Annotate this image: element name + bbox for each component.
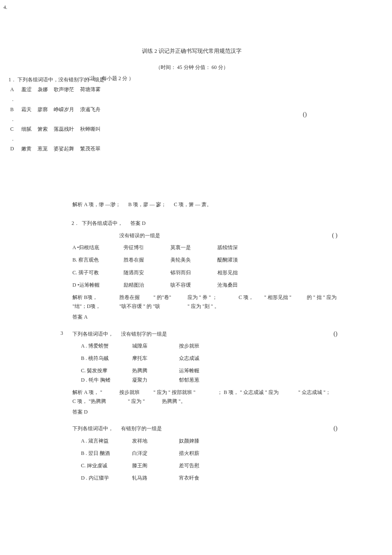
opt-label: B . 桃符乌贼 <box>81 354 132 362</box>
q3-stem-part1: 下列各组词语中， <box>72 330 113 338</box>
analysis-text: " 的"卷" <box>153 293 183 302</box>
analysis-text: 热腾腾 "。 <box>162 397 186 405</box>
analysis-text: ； B 项， " 众志成诚 " 应为 <box>217 388 294 397</box>
q1-options-table: A 羞涩 袅娜 歌声缈茫 荷塘薄雾 ． B 霜天 廖廓 峥嵘岁月 浪遏飞舟 ． … <box>9 85 105 154</box>
opt-dot: ． <box>9 134 20 144</box>
opt-word: 凝聚力 <box>132 376 179 384</box>
analysis-text: " 应为 " 按部就班 " <box>153 388 213 397</box>
q2-number: 2． <box>72 219 79 227</box>
opt-word: 奴颜婢膝 <box>179 437 226 445</box>
q3-analysis-line2: C 项， "热腾腾 " 应为 " 热腾腾 "。 <box>72 397 345 405</box>
q2-analysis-line1: 解析 B项， 胜卷在握 " 的"卷" 应为 " 券 " ； C 项， " 相形见… <box>72 293 345 302</box>
opt-word: 细腻 <box>20 124 36 134</box>
opt-word: 落蕊残叶 <box>52 124 78 134</box>
opt-word: 胜卷在握 <box>124 256 170 264</box>
analysis-text: 应为 " 券 " ； <box>187 293 234 302</box>
analysis-text: 按步就班 <box>119 388 149 397</box>
question-2-header: 2． 下列各组成语中， 答案 D <box>72 219 345 227</box>
page-marker: 4. <box>3 3 7 12</box>
opt-word: 沧海桑田 <box>217 281 264 289</box>
analysis-text: 解析 A 项， " <box>72 388 115 397</box>
q3-number: 3 <box>61 329 68 337</box>
analysis-text: C 项， "热腾腾 <box>72 397 124 405</box>
opt-word: 摩托车 <box>132 354 179 362</box>
opt-word: 城隍庙 <box>132 342 179 350</box>
q2-option-c: C. 孺子可教 随遇而安 铩羽而归 相形见拙 <box>72 269 345 277</box>
analysis-text: " 相形见拙 " <box>264 293 303 302</box>
opt-word: 廖廓 <box>36 105 52 115</box>
q2-stem-part1: 下列各组成语中， <box>82 219 123 227</box>
opt-word: 措火积薪 <box>179 449 226 457</box>
analysis-text: "绌"；D项， <box>72 302 115 311</box>
analysis-text: 解析 B项， <box>72 293 115 302</box>
q2-answer: 答案 A <box>72 313 345 321</box>
q1-stem: 下列各组词语中，没有错别字的一组是 <box>17 77 104 83</box>
opt-word: 运筹帷幄 <box>179 367 226 375</box>
q4-option-d: D . 内讧辍学 轧马路 宵衣旰食 <box>81 474 345 482</box>
q3-option-c: C. 鬓发按摩 热腾腾 运筹帷幄 <box>81 367 345 375</box>
opt-label: A . 箴言裨益 <box>81 437 132 445</box>
opt-word: 羞涩 <box>20 85 36 95</box>
analysis-text: " 应为 "刻 " 。 <box>187 302 219 311</box>
opt-word: 咳不容缓 <box>170 281 217 289</box>
opt-label: C. 婶业虔诚 <box>81 462 132 470</box>
answer-blank: () <box>303 110 307 119</box>
opt-word: 莫衷一是 <box>170 244 217 252</box>
q4-option-a: A . 箴言裨益 发祥地 奴颜婢膝 <box>81 437 345 445</box>
analysis-text: "咳不容缓 " 的 "咳 <box>119 302 183 311</box>
opt-word: 袅娜 <box>36 85 52 95</box>
q2-stem-row: 没有错误的一组是 ( ) <box>119 231 345 240</box>
table-row: B 霜天 廖廓 峥嵘岁月 浪遏飞舟 <box>9 105 105 115</box>
opt-word: 舐犊情深 <box>217 244 264 252</box>
opt-word: 婆娑起舞 <box>52 144 78 154</box>
opt-label: A •归根结底 <box>72 244 124 252</box>
opt-word: 醍醐灌顶 <box>217 256 264 264</box>
q1-analysis: 解析 A 项，缈 —渺； B 项，廖 — 寥； C 项，箫 — 萧。 <box>72 201 345 209</box>
q2-stem-part2: 没有错误的一组是 <box>119 232 160 240</box>
analysis-text: 解析 A 项，缈 —渺； <box>72 201 121 209</box>
analysis-text: C 项， <box>239 293 260 302</box>
opt-label: D . 牦牛 胸鳍 <box>81 376 132 384</box>
q2-option-d: D •运筹帷幄 励精图治 咳不容缓 沧海桑田 <box>72 281 345 289</box>
analysis-text: C 项，箫 — 萧。 <box>174 201 212 209</box>
q3-stem-part2: 没有错别字的一组是 <box>121 330 167 338</box>
question-3-header: 3 下列各组词语中， 没有错别字的一组是 () <box>72 329 345 339</box>
opt-label: B . 翌日 酗酒 <box>81 449 132 457</box>
opt-label: B <box>9 105 20 115</box>
doc-subtitle: （时间： 45 分钟 分值： 60 分） <box>9 63 375 72</box>
opt-word: 秋蝉嘶叫 <box>78 124 105 134</box>
opt-word: 葱茏 <box>36 144 52 154</box>
opt-word: 美轮美奂 <box>170 256 217 264</box>
analysis-text: " 众志成城 "； <box>298 388 331 397</box>
analysis-text: " 应为 " <box>128 397 158 405</box>
analysis-text: B 项，廖 — 寥； <box>128 201 166 209</box>
opt-word: 郁郁葱葱 <box>179 376 226 384</box>
opt-word: 发祥地 <box>132 437 179 445</box>
opt-word: 随遇而安 <box>124 269 170 277</box>
opt-word: 荷塘薄雾 <box>78 85 105 95</box>
table-row: A 羞涩 袅娜 歌声缈茫 荷塘薄雾 <box>9 85 105 95</box>
opt-label: C <box>9 124 20 134</box>
opt-word: 旁征博引 <box>124 244 170 252</box>
q4-option-c: C. 婶业虔诚 滕王阁 差可告慰 <box>81 462 345 470</box>
q3-option-d: D . 牦牛 胸鳍 凝聚力 郁郁葱葱 <box>81 376 345 384</box>
q3-answer: 答案 D <box>72 408 345 416</box>
opt-word: 励精图治 <box>124 281 170 289</box>
analysis-text: 的 " 拙 " 应为 <box>307 293 337 302</box>
opt-word: 滕王阁 <box>132 462 179 470</box>
q4-stem-part1: 下列各组词语中， <box>72 425 113 433</box>
analysis-text: 胜卷在握 <box>119 293 149 302</box>
opt-word: 浪遏飞舟 <box>78 105 105 115</box>
opt-dot: ． <box>9 95 20 104</box>
q2-option-b: B. 察言观色 胜卷在握 美轮美奂 醍醐灌顶 <box>72 256 345 264</box>
opt-word: 宵衣旰食 <box>179 474 226 482</box>
answer-blank: () <box>334 424 337 433</box>
opt-word: 歌声缈茫 <box>52 85 78 95</box>
opt-label: C. 孺子可教 <box>72 269 124 277</box>
question-4-header: 下列各组词语中， 有错别字的一组是 () <box>72 424 345 433</box>
opt-word: 相形见拙 <box>217 269 264 277</box>
opt-label: C. 鬓发按摩 <box>81 367 132 375</box>
opt-word: 霜天 <box>20 105 36 115</box>
opt-dot: ． <box>9 115 20 124</box>
opt-label: D . 内讧辍学 <box>81 474 132 482</box>
